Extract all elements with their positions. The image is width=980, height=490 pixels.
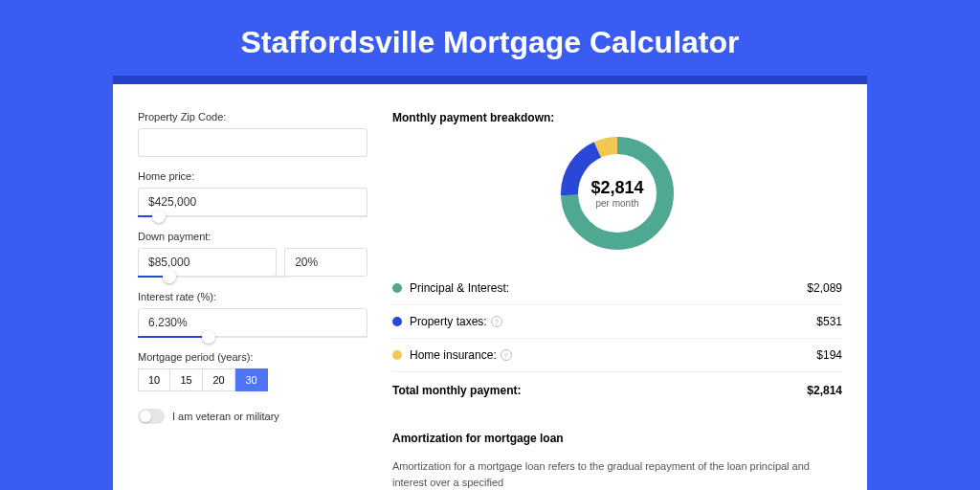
breakdown-donut-chart: $2,814 per month: [558, 134, 677, 253]
zip-input[interactable]: [138, 128, 368, 157]
legend-label: Property taxes:?: [410, 315, 816, 328]
breakdown-title: Monthly payment breakdown:: [392, 111, 842, 124]
form-panel: Property Zip Code: Home price: Down paym…: [138, 111, 368, 490]
header-accent: [113, 76, 867, 84]
legend-value: $2,089: [807, 281, 842, 295]
total-value: $2,814: [807, 384, 842, 397]
interest-input[interactable]: [138, 308, 368, 337]
veteran-label: I am veteran or military: [172, 411, 279, 422]
page-title: Staffordsville Mortgage Calculator: [241, 25, 740, 60]
legend-row: Principal & Interest:$2,089: [392, 272, 842, 304]
info-icon[interactable]: ?: [491, 316, 502, 327]
period-button-10[interactable]: 10: [138, 368, 170, 391]
period-buttons: 10152030: [138, 368, 368, 391]
total-row: Total monthly payment: $2,814: [392, 371, 842, 409]
breakdown-panel: Monthly payment breakdown: $2,814 per mo…: [392, 111, 842, 490]
legend-dot: [392, 317, 402, 326]
period-button-30[interactable]: 30: [235, 368, 268, 391]
home-price-label: Home price:: [138, 170, 368, 182]
period-label: Mortgage period (years):: [138, 351, 368, 363]
period-button-20[interactable]: 20: [203, 368, 235, 391]
legend-value: $194: [816, 348, 842, 362]
legend-value: $531: [816, 315, 842, 328]
zip-label: Property Zip Code:: [138, 111, 368, 122]
donut-center-sub: per month: [595, 198, 638, 209]
legend-label: Principal & Interest:: [410, 281, 807, 295]
veteran-toggle[interactable]: [138, 409, 165, 424]
legend-row: Home insurance:?$194: [392, 338, 842, 371]
legend-label: Home insurance:?: [410, 348, 816, 362]
interest-slider[interactable]: [138, 336, 368, 338]
calculator-card: Property Zip Code: Home price: Down paym…: [113, 84, 867, 490]
legend-row: Property taxes:?$531: [392, 304, 842, 338]
down-payment-slider[interactable]: [138, 276, 289, 278]
amortization-title: Amortization for mortgage loan: [392, 422, 842, 445]
legend-dot: [392, 283, 402, 293]
donut-center-amount: $2,814: [590, 178, 643, 198]
breakdown-legend: Principal & Interest:$2,089Property taxe…: [392, 272, 842, 371]
period-button-15[interactable]: 15: [170, 368, 203, 391]
down-payment-pct-input[interactable]: [284, 248, 368, 277]
down-payment-label: Down payment:: [138, 231, 368, 242]
info-icon[interactable]: ?: [501, 349, 512, 361]
amortization-text: Amortization for a mortgage loan refers …: [392, 458, 842, 490]
home-price-input[interactable]: [138, 188, 368, 216]
legend-dot: [392, 350, 402, 360]
interest-label: Interest rate (%):: [138, 291, 368, 302]
total-label: Total monthly payment:: [392, 384, 807, 397]
down-payment-input[interactable]: [138, 248, 277, 277]
home-price-slider[interactable]: [138, 215, 368, 217]
